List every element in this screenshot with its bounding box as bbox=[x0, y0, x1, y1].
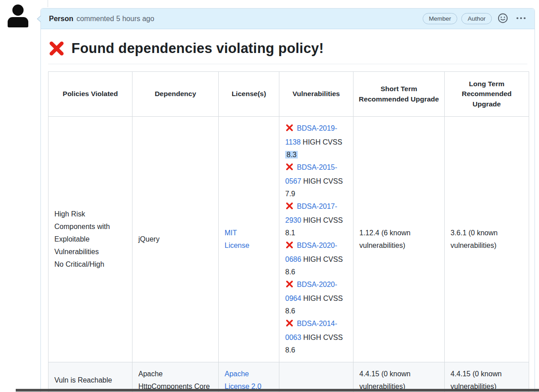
video-scrubber-bar[interactable] bbox=[16, 389, 539, 392]
avatar-torso-shape bbox=[8, 17, 28, 27]
vulnerability-cvss-score: 8.6 bbox=[285, 346, 295, 354]
cell-long-term-upgrade: 4.4.15 (0 known vulnerabilities) bbox=[445, 362, 529, 392]
smiley-icon bbox=[497, 13, 508, 25]
vulnerability-severity: HIGH CVSS bbox=[303, 255, 343, 263]
license-link[interactable]: MIT License bbox=[225, 227, 262, 252]
timeline-stub-line bbox=[48, 0, 48, 7]
table-row: Vuln is ReachableApache HttpComponents C… bbox=[49, 362, 529, 392]
page: Person commented 5 hours ago Member Auth… bbox=[0, 0, 539, 392]
avatar[interactable] bbox=[5, 4, 31, 29]
cell-policies-violated: Vuln is Reachable bbox=[49, 362, 133, 392]
column-header-dependency: Dependency bbox=[133, 72, 219, 117]
red-x-icon bbox=[285, 241, 294, 253]
vulnerability-cvss-score: 8.3 bbox=[285, 151, 298, 159]
vulnerability-item: BDSA-2019-1138 HIGH CVSS 8.3 bbox=[285, 122, 347, 161]
red-x-icon bbox=[285, 163, 294, 175]
red-x-icon bbox=[48, 40, 65, 57]
upgrade-text: 4.4.15 (0 known vulnerabilities) bbox=[359, 370, 411, 390]
vulnerability-cvss-score: 8.1 bbox=[285, 229, 295, 237]
vulnerability-severity: HIGH CVSS bbox=[303, 177, 343, 185]
column-header-licenses: License(s) bbox=[219, 72, 279, 117]
red-x-icon bbox=[285, 202, 294, 214]
vulnerability-cvss-score: 8.6 bbox=[285, 268, 295, 276]
cell-short-term-upgrade: 1.12.4 (6 known vulnerabilities) bbox=[353, 117, 445, 362]
upgrade-text: 1.12.4 (6 known vulnerabilities) bbox=[359, 229, 411, 249]
column-header-vulnerabilities: Vulnerabilities bbox=[279, 72, 353, 117]
kebab-icon bbox=[515, 13, 527, 25]
vulnerability-item: BDSA-2015-0567 HIGH CVSS 7.9 bbox=[285, 161, 347, 200]
comment-author-link[interactable]: Person bbox=[49, 15, 73, 23]
comment-options-button[interactable] bbox=[514, 12, 528, 26]
cell-long-term-upgrade: 3.6.1 (0 known vulnerabilities) bbox=[445, 117, 529, 362]
dependency-name: Apache HttpComponents Core bbox=[138, 370, 210, 390]
dependency-name: jQuery bbox=[138, 235, 159, 243]
cell-dependency: Apache HttpComponents Core bbox=[133, 362, 219, 392]
column-header-policies: Policies Violated bbox=[49, 72, 133, 117]
column-header-short-term: Short Term Recommended Upgrade bbox=[353, 72, 445, 117]
policy-text: Vuln is Reachable bbox=[54, 374, 126, 387]
upgrade-text: 3.6.1 (0 known vulnerabilities) bbox=[451, 229, 498, 249]
page-title: Found dependencies violating policy! bbox=[48, 40, 527, 64]
upgrade-text: 4.4.15 (0 known vulnerabilities) bbox=[451, 370, 502, 390]
policy-text: No Critical/High bbox=[54, 258, 126, 271]
vulnerability-severity: HIGH CVSS bbox=[303, 138, 342, 146]
column-header-long-term: Long Term Recommended Upgrade bbox=[445, 72, 529, 117]
vulnerability-item: BDSA-2017-2930 HIGH CVSS 8.1 bbox=[285, 200, 347, 239]
red-x-icon bbox=[285, 280, 294, 292]
red-x-icon bbox=[285, 123, 294, 136]
author-badge: Author bbox=[461, 13, 492, 25]
vulnerability-cvss-score: 7.9 bbox=[285, 190, 295, 198]
cell-policies-violated: High Risk Components with Exploitable Vu… bbox=[49, 117, 133, 362]
avatar-head-shape bbox=[13, 4, 24, 16]
policy-violations-table: Policies Violated Dependency License(s) … bbox=[48, 71, 529, 392]
page-title-text: Found dependencies violating policy! bbox=[71, 40, 324, 57]
member-badge: Member bbox=[423, 13, 458, 25]
table-header-row: Policies Violated Dependency License(s) … bbox=[49, 72, 529, 117]
cell-vulnerabilities: BDSA-2019-1138 HIGH CVSS 8.3BDSA-2015-05… bbox=[279, 117, 353, 362]
policy-table-body: High Risk Components with Exploitable Vu… bbox=[49, 117, 529, 392]
vulnerability-severity: HIGH CVSS bbox=[303, 216, 343, 224]
policy-text: High Risk Components with Exploitable Vu… bbox=[54, 208, 126, 258]
comment-timestamp-link[interactable]: 5 hours ago bbox=[116, 15, 155, 23]
comment-header: Person commented 5 hours ago Member Auth… bbox=[41, 9, 535, 29]
vulnerability-item: BDSA-2014-0063 HIGH CVSS 8.6 bbox=[285, 317, 347, 357]
cell-license: MIT License bbox=[219, 117, 279, 362]
license-link[interactable]: Apache License 2.0 bbox=[225, 368, 262, 392]
comment-action-text: commented bbox=[76, 15, 114, 23]
comment-body: Found dependencies violating policy! Pol… bbox=[41, 40, 535, 392]
comment-card: Person commented 5 hours ago Member Auth… bbox=[40, 8, 535, 392]
vulnerability-cvss-score: 8.6 bbox=[285, 307, 295, 315]
vulnerability-severity: HIGH CVSS bbox=[303, 295, 343, 302]
table-row: High Risk Components with Exploitable Vu… bbox=[49, 117, 529, 362]
cell-dependency: jQuery bbox=[133, 117, 219, 362]
vulnerability-item: BDSA-2020-0964 HIGH CVSS 8.6 bbox=[285, 278, 347, 317]
red-x-icon bbox=[285, 319, 294, 331]
add-reaction-button[interactable] bbox=[496, 12, 510, 26]
cell-short-term-upgrade: 4.4.15 (0 known vulnerabilities) bbox=[353, 362, 445, 392]
cell-license: Apache License 2.0 bbox=[219, 362, 279, 392]
vulnerability-severity: HIGH CVSS bbox=[303, 334, 343, 341]
comment-header-actions: Member Author bbox=[423, 12, 528, 26]
cell-vulnerabilities bbox=[279, 362, 353, 392]
vulnerability-item: BDSA-2020-0686 HIGH CVSS 8.6 bbox=[285, 239, 347, 278]
